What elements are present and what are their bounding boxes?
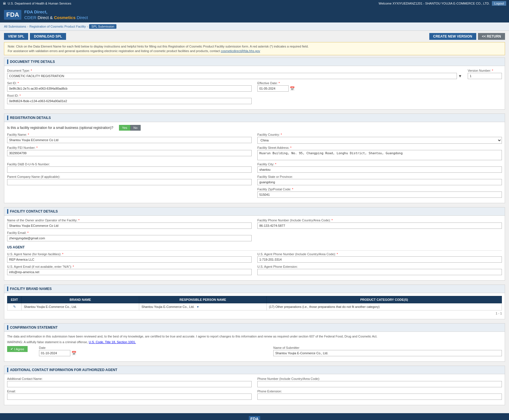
facility-country-label: Facility Country: * [257, 133, 502, 136]
facility-fei-label: Facility FEI Number: * [7, 146, 252, 149]
document-type-input[interactable] [7, 73, 457, 79]
parent-state-row: Parent Company Name (if applicable): Fac… [7, 175, 502, 185]
agent-phone-input[interactable] [257, 256, 502, 263]
facility-contact-title: FACILITY CONTACT DETAILS [10, 209, 58, 213]
facility-phone-input[interactable] [257, 223, 502, 229]
agent-phone-ext-input[interactable] [257, 269, 502, 275]
contact-phone-ext-label: Phone Extension: [257, 390, 502, 393]
contact-name-input[interactable] [7, 381, 252, 387]
facility-country-group: Facility Country: * China [257, 133, 502, 144]
us-agent-subtitle: US AGENT [7, 244, 502, 251]
logout-button[interactable]: Logout [492, 1, 506, 6]
duns-city-row: Facility D&B D-U-N-S Number: Facility Ci… [7, 162, 502, 173]
cder-label: CDER [24, 15, 36, 20]
agent-name-input[interactable] [7, 256, 252, 263]
facility-street-input[interactable]: Huarun Building, No. 95, Changping Road,… [257, 150, 502, 160]
facility-zip-group: Facility Zip/Postal Code: * [257, 188, 502, 198]
contact-phone-ext-input[interactable] [257, 394, 502, 400]
additional-contact-header: ADDITIONAL CONTACT INFORMATION FOR AUTHO… [4, 366, 505, 374]
contact-name-label: Additional Contact Name: [7, 377, 252, 380]
effective-date-calendar-icon[interactable]: 📅 [290, 86, 295, 91]
effective-date-input[interactable] [257, 85, 289, 92]
contact-email-label: Email: [7, 390, 252, 393]
facility-brand-names-section: FACILITY BRAND NAMES EDIT BRAND NAME RES… [4, 285, 505, 319]
no-toggle[interactable]: No [130, 125, 141, 131]
breadcrumb-registration[interactable]: Registration of Cosmetic Product Facilit… [29, 25, 86, 28]
fda-direct-label: FDA Direct, [24, 9, 47, 14]
contact-phone-input[interactable] [257, 381, 502, 387]
agree-button-area: ✔ I Agree [7, 346, 28, 352]
facility-zip-input[interactable] [257, 192, 502, 198]
warning-link[interactable]: U.S. Code, Title 18, Section 1001. [89, 340, 136, 344]
date-label: Date [39, 346, 268, 349]
brand-names-title: FACILITY BRAND NAMES [10, 287, 52, 291]
submitter-input[interactable] [273, 350, 502, 356]
create-new-version-button[interactable]: CREATE NEW VERSION [429, 33, 476, 40]
note-email[interactable]: cosmeticdirect@fda.hhs.gov [221, 49, 260, 53]
doc-type-row: Document Type: * ▼ Version Number: * [7, 69, 502, 79]
facility-contact-body: Name of the Owner and/or Operator of the… [4, 216, 505, 280]
facility-street-group: Facility Street Address: * Huarun Buildi… [257, 146, 502, 160]
warning-prefix: WARNING: A willfully false statement is … [7, 340, 88, 344]
view-spl-button[interactable]: VIEW SPL [4, 33, 28, 40]
confirmation-text: The data and information in this submiss… [7, 335, 502, 338]
download-spl-button[interactable]: DOWNLOAD SPL [30, 33, 66, 40]
root-id-input[interactable] [7, 98, 252, 104]
top-bar: 🏛 U.S. Department of Health & Human Serv… [0, 0, 509, 7]
section-bar-6 [7, 368, 8, 372]
yes-toggle[interactable]: Yes [119, 125, 130, 131]
edit-cell: ✎ [7, 303, 22, 310]
footer-fda-logo: FDA [249, 416, 260, 420]
facility-name-input[interactable] [7, 137, 252, 143]
facility-country-select[interactable]: China [257, 137, 502, 144]
agent-name-group: U.S. Agent Name (for foreign facilities)… [7, 252, 252, 263]
facility-fei-input[interactable] [7, 150, 252, 156]
contact-name-phone-row: Additional Contact Name: Phone Number (I… [7, 377, 502, 387]
facility-phone-group: Facility Phone Number (Include Country/A… [257, 219, 502, 229]
version-number-input[interactable] [468, 73, 502, 79]
facility-duns-input[interactable] [7, 166, 252, 173]
effective-date-group: Effective Date: * 📅 [257, 81, 502, 92]
facility-city-input[interactable] [257, 166, 502, 173]
parent-company-input[interactable] [7, 179, 252, 185]
facility-city-group: Facility City: * [257, 162, 502, 173]
document-type-body: Document Type: * ▼ Version Number: * [4, 66, 505, 109]
date-calendar-icon[interactable]: 📅 [71, 351, 76, 355]
registration-header: REGISTRATION DETAILS [4, 114, 505, 122]
facility-email-input[interactable] [7, 235, 252, 241]
edit-icon[interactable]: ✎ [13, 305, 16, 309]
document-type-group: Document Type: * ▼ [7, 69, 462, 79]
col-edit: EDIT [7, 296, 22, 303]
submitter-group: Name of Submitter [273, 346, 502, 356]
user-info: Welcome XYXIYUEDIANZ1201 - SHANTOU YOUJI… [379, 1, 506, 6]
pagination: 1 - 1 [7, 310, 502, 316]
email-row: Facility Email: * [7, 231, 502, 241]
owner-phone-row: Name of the Owner and/or Operator of the… [7, 219, 502, 229]
contact-email-input[interactable] [7, 394, 252, 400]
agent-phone-group: U.S. Agent Phone Number (Include Country… [257, 252, 502, 263]
agent-email-input[interactable] [7, 269, 252, 275]
version-number-group: Version Number: * [468, 69, 502, 79]
action-bar: VIEW SPL DOWNLOAD SPL CREATE NEW VERSION… [0, 31, 509, 42]
confirmation-body: The data and information in this submiss… [4, 332, 505, 361]
brand-names-header: FACILITY BRAND NAMES [4, 285, 505, 293]
contact-phone-group: Phone Number (Include Country/Area Code)… [257, 377, 502, 387]
dropdown-trigger[interactable]: ▼ [196, 305, 199, 308]
breadcrumb-all-submissions[interactable]: All Submissions [4, 25, 26, 28]
agree-button[interactable]: ✔ I Agree [7, 346, 28, 352]
date-input[interactable] [39, 350, 70, 356]
set-id-input[interactable] [7, 85, 252, 92]
cosmetics-direct-label: Direct [77, 15, 88, 20]
facility-state-input[interactable] [257, 179, 502, 185]
agent-phone-label: U.S. Agent Phone Number (Include Country… [257, 252, 502, 256]
return-button[interactable]: << RETURN [478, 33, 505, 40]
checkmark-icon: ✔ [11, 347, 13, 351]
contact-email-ext-row: Email: Phone Extension: [7, 390, 502, 400]
responsible-person-cell: Shantou Youjia E-Commerce Co., Ltd. ▼ [139, 303, 267, 310]
root-id-label: Root ID: * [7, 94, 252, 97]
footer: FDA FDA Home | Browser Requirements | Re… [0, 413, 509, 420]
main-content: DOCUMENT TYPE DETAILS Document Type: * ▼ [0, 57, 509, 413]
ampersand: & [50, 15, 54, 20]
breadcrumb: All Submissions › Registration of Cosmet… [0, 22, 509, 31]
owner-name-input[interactable] [7, 223, 252, 229]
